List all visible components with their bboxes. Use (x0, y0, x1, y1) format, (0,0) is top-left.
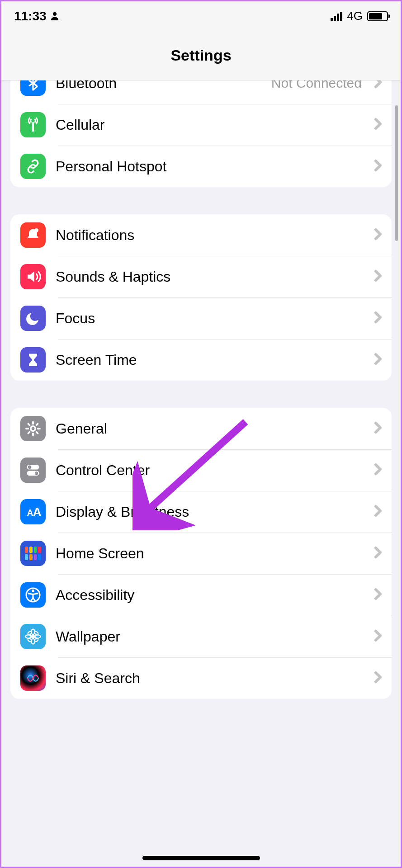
chevron-right-icon (374, 546, 382, 561)
bell-icon (20, 222, 46, 248)
chevron-right-icon (374, 117, 382, 132)
row-label: Cellular (56, 117, 364, 133)
settings-row-accessibility[interactable]: Accessibility (10, 574, 392, 616)
page-title: Settings (170, 47, 231, 64)
battery-icon (367, 11, 388, 21)
row-value: Not Connected (271, 80, 362, 91)
svg-point-0 (52, 12, 56, 15)
profile-icon (50, 9, 59, 24)
svg-text:A: A (33, 505, 41, 518)
svg-point-15 (35, 635, 41, 638)
svg-point-13 (31, 639, 35, 644)
home-indicator[interactable] (142, 856, 260, 860)
bluetooth-icon (20, 80, 46, 96)
row-label: Display & Brightness (56, 504, 364, 520)
settings-row-sounds[interactable]: Sounds & Haptics (10, 256, 392, 297)
svg-point-11 (31, 635, 35, 639)
antenna-icon (20, 112, 46, 137)
row-label: Accessibility (56, 587, 364, 604)
svg-point-4 (28, 466, 32, 469)
svg-point-10 (32, 590, 34, 592)
svg-point-2 (31, 426, 36, 431)
settings-group: NotificationsSounds & HapticsFocusScreen… (10, 214, 392, 381)
svg-point-19 (34, 637, 39, 642)
phone-frame: 11:33 4G Settings BluetoothNot Connected… (1, 1, 401, 867)
svg-point-12 (31, 629, 35, 635)
svg-point-6 (35, 472, 38, 475)
chevron-right-icon (374, 352, 382, 368)
row-label: Bluetooth (56, 80, 261, 92)
svg-text:A: A (27, 508, 33, 518)
row-label: Focus (56, 310, 364, 327)
svg-point-18 (27, 637, 32, 642)
row-label: Wallpaper (56, 628, 364, 645)
row-label: General (56, 420, 364, 437)
settings-row-siri[interactable]: Siri & Search (10, 657, 392, 699)
aa-icon: AA (20, 499, 46, 524)
settings-row-controlcenter[interactable]: Control Center (10, 449, 392, 491)
link-icon (20, 154, 46, 179)
settings-row-wallpaper[interactable]: Wallpaper (10, 616, 392, 657)
settings-row-homescreen[interactable]: Home Screen (10, 533, 392, 574)
cellular-signal-icon (331, 12, 342, 21)
chevron-right-icon (374, 462, 382, 478)
svg-point-1 (34, 228, 38, 232)
row-label: Home Screen (56, 545, 364, 562)
row-label: Sounds & Haptics (56, 269, 364, 285)
flower-icon (20, 624, 46, 649)
siri-icon (20, 665, 46, 691)
nav-header: Settings (1, 31, 401, 80)
hourglass-icon (20, 347, 46, 373)
chevron-right-icon (374, 227, 382, 243)
network-label: 4G (347, 9, 363, 23)
row-label: Notifications (56, 227, 364, 244)
row-label: Screen Time (56, 352, 364, 368)
moon-icon (20, 306, 46, 331)
row-label: Control Center (56, 462, 364, 479)
status-bar: 11:33 4G (1, 1, 401, 31)
accessibility-icon (20, 582, 46, 608)
status-left: 11:33 (14, 9, 59, 24)
toggles-icon (20, 458, 46, 483)
status-right: 4G (331, 9, 388, 23)
grid-icon (20, 541, 46, 566)
settings-row-notifications[interactable]: Notifications (10, 214, 392, 256)
settings-row-screentime[interactable]: Screen Time (10, 339, 392, 381)
row-label: Siri & Search (56, 670, 364, 687)
chevron-right-icon (374, 269, 382, 284)
chevron-right-icon (374, 421, 382, 436)
settings-scroll-area[interactable]: BluetoothNot ConnectedCellularPersonal H… (1, 80, 401, 867)
chevron-right-icon (374, 311, 382, 326)
chevron-right-icon (374, 504, 382, 519)
settings-row-cellular[interactable]: Cellular (10, 104, 392, 146)
svg-point-16 (27, 631, 32, 636)
svg-point-17 (34, 631, 39, 636)
scrollbar[interactable] (395, 105, 398, 241)
settings-row-focus[interactable]: Focus (10, 297, 392, 339)
speaker-icon (20, 264, 46, 289)
settings-group: BluetoothNot ConnectedCellularPersonal H… (10, 80, 392, 187)
chevron-right-icon (374, 587, 382, 603)
settings-row-display[interactable]: AADisplay & Brightness (10, 491, 392, 533)
settings-group: GeneralControl CenterAADisplay & Brightn… (10, 408, 392, 699)
row-label: Personal Hotspot (56, 158, 364, 175)
status-time: 11:33 (14, 9, 47, 24)
svg-point-14 (26, 635, 31, 638)
chevron-right-icon (374, 670, 382, 686)
chevron-right-icon (374, 159, 382, 174)
settings-row-bluetooth[interactable]: BluetoothNot Connected (10, 80, 392, 104)
gear-icon (20, 416, 46, 441)
settings-row-general[interactable]: General (10, 408, 392, 449)
chevron-right-icon (374, 629, 382, 644)
settings-row-hotspot[interactable]: Personal Hotspot (10, 146, 392, 187)
chevron-right-icon (374, 80, 382, 91)
